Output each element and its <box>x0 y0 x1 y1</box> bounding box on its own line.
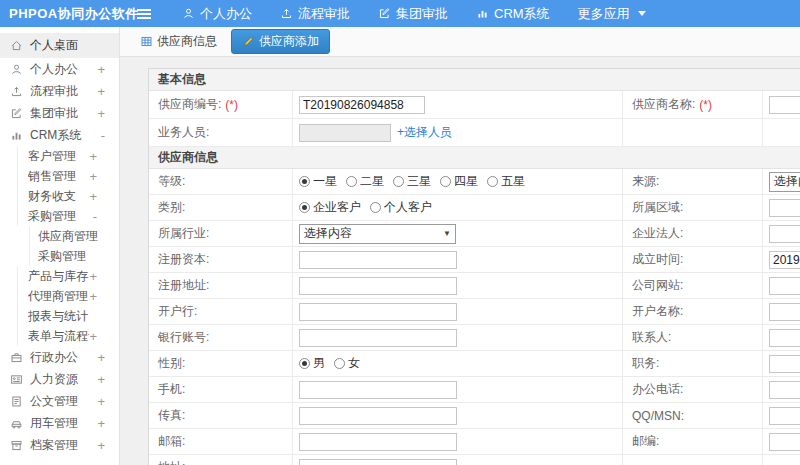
topnav-item-crm-system[interactable]: CRM系统 <box>462 0 564 27</box>
field-mobile-input[interactable] <box>299 381 457 399</box>
field-account-name-input[interactable] <box>769 303 800 321</box>
topnav-item-personal-office[interactable]: 个人办公 <box>168 0 266 27</box>
field-postcode-input[interactable] <box>769 433 800 451</box>
sidebar-item-reports-statistics[interactable]: 报表与统计 <box>0 306 119 326</box>
sidebar-item-purchase-mgmt[interactable]: 采购管理- <box>0 206 119 226</box>
field-supplier-name-input[interactable] <box>769 96 800 114</box>
field-legal-person-input[interactable] <box>769 225 800 243</box>
sidebar-item-form-workflow-settings[interactable]: 表单与流程设置+ <box>0 326 119 346</box>
sidebar-item-personal-office[interactable]: 个人办公+ <box>0 58 119 80</box>
topnav-item-group-approval[interactable]: 集团审批 <box>364 0 462 27</box>
field-qq-msn-input[interactable] <box>769 407 800 425</box>
sidebar-item-personal-desktop[interactable]: 个人桌面 <box>0 33 119 58</box>
radio-checked-icon[interactable] <box>299 176 310 187</box>
field-fax-input[interactable] <box>299 407 457 425</box>
topnav-item-workflow-approval[interactable]: 流程审批 <box>266 0 364 27</box>
sidebar-item-group-approval[interactable]: 集团审批+ <box>0 102 119 124</box>
sidebar-item-label: 流程审批 <box>30 83 97 100</box>
expand-plus-icon[interactable]: + <box>97 84 107 99</box>
sidebar-item-product-inventory[interactable]: 产品与库存+ <box>0 266 119 286</box>
sidebar-item-crm-system[interactable]: CRM系统- <box>0 124 119 146</box>
field-source-select[interactable]: 选择内容▼ <box>769 172 800 192</box>
radio-category-option-0[interactable]: 企业客户 <box>299 199 361 216</box>
topnav-item-label: 更多应用 <box>578 5 630 23</box>
expand-minus-icon[interactable]: - <box>93 209 99 224</box>
field-office-phone-cell <box>763 377 800 402</box>
field-job-title-input[interactable] <box>769 355 800 373</box>
expand-plus-icon[interactable]: + <box>97 394 107 409</box>
field-region-input[interactable] <box>769 199 800 217</box>
sidebar-item-vehicle-mgmt[interactable]: 用车管理+ <box>0 412 119 434</box>
form-row: 性别:男女职务: <box>149 351 800 377</box>
field-registered-address-input[interactable] <box>299 277 457 295</box>
caret-down-icon <box>638 11 646 16</box>
hamburger-icon <box>137 13 151 15</box>
menu-toggle-button[interactable] <box>120 13 168 15</box>
radio-checked-icon[interactable] <box>299 202 310 213</box>
radio-unchecked-icon[interactable] <box>346 176 357 187</box>
field-industry-select[interactable]: 选择内容▼ <box>299 224 456 244</box>
form-section: 基本信息供应商编号:(*)供应商名称:(*)业务人员:+选择人员 <box>149 69 800 147</box>
field-company-website-input[interactable] <box>769 277 800 295</box>
radio-gender-option-1[interactable]: 女 <box>334 355 360 372</box>
field-registered-capital-input[interactable] <box>299 251 457 269</box>
required-marker: (*) <box>225 98 238 112</box>
expand-plus-icon[interactable]: + <box>89 149 99 164</box>
field-industry-label: 所属行业: <box>149 221 293 246</box>
field-contact-person-input[interactable] <box>769 329 800 347</box>
expand-plus-icon[interactable]: + <box>89 169 99 184</box>
sidebar-item-workflow-approval[interactable]: 流程审批+ <box>0 80 119 102</box>
radio-gender-option-0[interactable]: 男 <box>299 355 325 372</box>
expand-plus-icon[interactable]: + <box>89 269 99 284</box>
radio-unchecked-icon[interactable] <box>487 176 498 187</box>
radio-checked-icon[interactable] <box>299 358 310 369</box>
radio-level-option-2[interactable]: 三星 <box>393 173 431 190</box>
tab-supplier-add[interactable]: 供应商添加 <box>231 29 330 54</box>
expand-plus-icon[interactable]: + <box>97 372 107 387</box>
sidebar-item-archive-mgmt[interactable]: 档案管理+ <box>0 434 119 456</box>
expand-plus-icon[interactable]: + <box>89 329 99 344</box>
expand-plus-icon[interactable]: + <box>97 416 107 431</box>
field-business-person-input[interactable] <box>299 124 391 142</box>
radio-level-option-4[interactable]: 五星 <box>487 173 525 190</box>
expand-plus-icon[interactable]: + <box>89 189 99 204</box>
radio-unchecked-icon[interactable] <box>370 202 381 213</box>
sidebar-item-sales-mgmt[interactable]: 销售管理+ <box>0 166 119 186</box>
radio-level-option-1[interactable]: 二星 <box>346 173 384 190</box>
field-founded-date-input[interactable] <box>769 251 800 269</box>
radio-unchecked-icon[interactable] <box>440 176 451 187</box>
field-office-phone-input[interactable] <box>769 381 800 399</box>
field-bank-branch-input[interactable] <box>299 303 457 321</box>
radio-unchecked-icon[interactable] <box>393 176 404 187</box>
expand-minus-icon[interactable]: - <box>101 128 107 143</box>
field-bank-account-input[interactable] <box>299 329 457 347</box>
expand-plus-icon[interactable]: + <box>97 438 107 453</box>
tab-supplier-info[interactable]: 供应商信息 <box>134 30 223 53</box>
sidebar-item-finance-inout[interactable]: 财务收支+ <box>0 186 119 206</box>
sidebar-item-supplier-mgmt[interactable]: 供应商管理 <box>0 226 119 246</box>
sidebar-item-human-resources[interactable]: 人力资源+ <box>0 368 119 390</box>
sidebar-item-agent-mgmt[interactable]: 代理商管理+ <box>0 286 119 306</box>
sidebar-item-procurement-mgmt[interactable]: 采购管理 <box>0 246 119 266</box>
car-icon <box>10 417 23 430</box>
expand-plus-icon[interactable]: + <box>89 289 99 304</box>
sidebar-item-admin-office[interactable]: 行政办公+ <box>0 346 119 368</box>
field-business-person-picker-link[interactable]: +选择人员 <box>397 124 452 141</box>
field-address-input[interactable] <box>299 459 457 465</box>
sidebar-item-label: 代理商管理 <box>28 288 89 305</box>
field-email-input[interactable] <box>299 433 457 451</box>
radio-category-option-1[interactable]: 个人客户 <box>370 199 432 216</box>
field-industry-cell: 选择内容▼ <box>293 221 623 246</box>
sidebar-item-customer-mgmt[interactable]: 客户管理+ <box>0 146 119 166</box>
sidebar-item-document-mgmt[interactable]: 公文管理+ <box>0 390 119 412</box>
expand-plus-icon[interactable]: + <box>97 62 107 77</box>
radio-level-option-0[interactable]: 一星 <box>299 173 337 190</box>
topnav-item-more-apps[interactable]: 更多应用 <box>564 0 660 27</box>
field-supplier-code-input[interactable] <box>299 96 425 114</box>
radio-unchecked-icon[interactable] <box>334 358 345 369</box>
field-contact-person-cell <box>763 325 800 350</box>
field-email-cell <box>293 429 623 454</box>
radio-level-option-3[interactable]: 四星 <box>440 173 478 190</box>
expand-plus-icon[interactable]: + <box>97 350 107 365</box>
expand-plus-icon[interactable]: + <box>97 106 107 121</box>
